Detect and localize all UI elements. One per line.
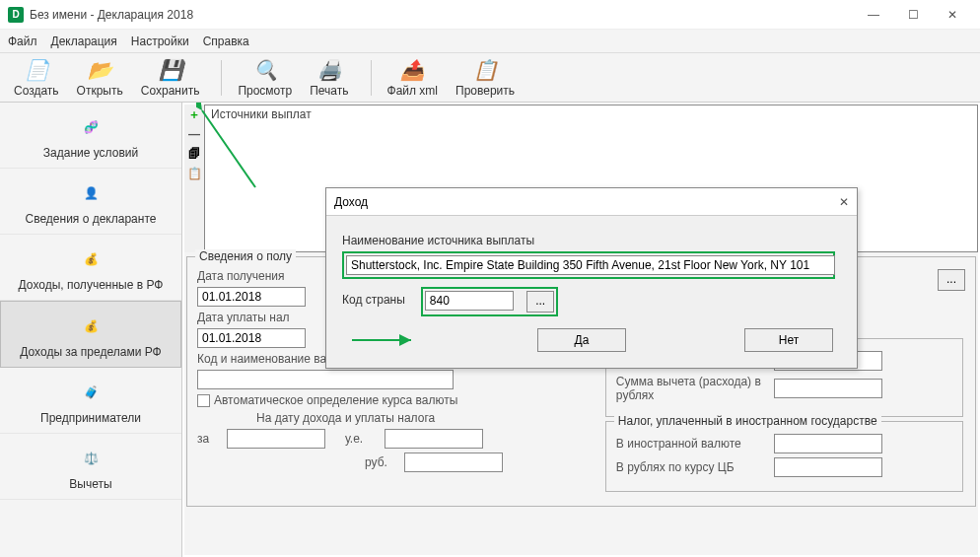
person-icon: 👤 bbox=[71, 176, 110, 210]
auto-rate-checkbox[interactable] bbox=[197, 394, 210, 407]
rub-label: руб. bbox=[365, 455, 404, 469]
rub-cb-label: В рублях по курсу ЦБ bbox=[616, 460, 774, 474]
menu-help[interactable]: Справка bbox=[203, 35, 249, 48]
save-icon bbox=[159, 58, 182, 82]
dialog-titlebar: Доход ✕ bbox=[326, 188, 857, 216]
toolbar-check[interactable]: Проверить bbox=[450, 56, 521, 100]
country-code-input[interactable] bbox=[425, 291, 514, 311]
currency-input[interactable] bbox=[197, 370, 454, 389]
remove-icon[interactable]: — bbox=[186, 126, 202, 142]
sidebar-item-income-foreign[interactable]: 💰 Доходы за пределами РФ bbox=[0, 301, 181, 368]
copy-icon[interactable]: 🗐 bbox=[186, 146, 202, 162]
rate-amount-input[interactable] bbox=[227, 429, 325, 449]
country-code-label: Код страны bbox=[342, 293, 405, 307]
foreign-currency-input[interactable] bbox=[774, 434, 882, 453]
sidebar-label: Доходы, полученные в РФ bbox=[19, 278, 164, 292]
auto-rate-label: Автоматическое определение курса валюты bbox=[214, 393, 457, 407]
income-details-legend: Сведения о полу bbox=[195, 249, 296, 263]
menubar: Файл Декларация Настройки Справка bbox=[0, 30, 980, 53]
menu-file[interactable]: Файл bbox=[8, 35, 37, 48]
source-name-label: Наименование источника выплаты bbox=[342, 234, 841, 247]
date-paid-input[interactable] bbox=[197, 328, 306, 348]
maximize-button[interactable]: ☐ bbox=[893, 1, 933, 29]
edit-icon[interactable]: 📋 bbox=[186, 166, 202, 181]
arrow-annotation-yes bbox=[350, 330, 419, 350]
dialog-yes-button[interactable]: Да bbox=[537, 328, 626, 352]
source-name-input[interactable] bbox=[346, 255, 835, 275]
sidebar-label: Сведения о декларанте bbox=[26, 212, 157, 226]
date-received-input[interactable] bbox=[197, 287, 306, 307]
rub-cb-input[interactable] bbox=[774, 457, 882, 477]
sidebar-item-deductions[interactable]: ⚖️ Вычеты bbox=[0, 434, 181, 500]
sidebar: 🧬 Задание условий 👤 Сведения о декларант… bbox=[0, 103, 182, 557]
export-xml-icon bbox=[400, 58, 424, 82]
menu-declaration[interactable]: Декларация bbox=[51, 35, 117, 48]
sources-placeholder: Источники выплат bbox=[211, 107, 312, 121]
income-dialog: Доход ✕ Наименование источника выплаты К… bbox=[325, 187, 858, 369]
sidebar-label: Предприниматели bbox=[40, 411, 141, 425]
sidebar-item-declarant[interactable]: 👤 Сведения о декларанте bbox=[0, 169, 181, 235]
toolbar-xml[interactable]: Файл xml bbox=[382, 56, 445, 100]
tree-icon: 🧬 bbox=[71, 110, 110, 144]
minimize-button[interactable]: — bbox=[854, 1, 893, 29]
sidebar-label: Доходы за пределами РФ bbox=[20, 345, 161, 359]
dialog-close-icon[interactable]: ✕ bbox=[839, 195, 849, 209]
za-label: за bbox=[197, 432, 227, 446]
scales-icon: ⚖️ bbox=[71, 442, 110, 475]
toolbar-open[interactable]: Открыть bbox=[71, 56, 129, 100]
rate-rub-input[interactable] bbox=[404, 453, 503, 472]
toolbar: Создать Открыть Сохранить Просмотр Печат… bbox=[0, 53, 980, 103]
foreign-tax-fieldset: Налог, уплаченный в иностранном государс… bbox=[605, 421, 963, 492]
toolbar-create[interactable]: Создать bbox=[8, 56, 65, 100]
browse-button[interactable]: ... bbox=[938, 269, 965, 291]
close-button[interactable]: ✕ bbox=[933, 1, 972, 29]
toolbar-save[interactable]: Сохранить bbox=[135, 56, 206, 100]
money-bags-icon: 💰 bbox=[71, 243, 110, 276]
deduction-amount-label: Сумма вычета (расхода) в рублях bbox=[616, 375, 774, 402]
menu-settings[interactable]: Настройки bbox=[131, 35, 189, 48]
money-bag-foreign-icon: 💰 bbox=[71, 310, 110, 343]
rate-date-label: На дату дохода и уплаты налога bbox=[256, 411, 435, 425]
foreign-currency-label: В иностранной валюте bbox=[616, 437, 774, 451]
sidebar-label: Вычеты bbox=[69, 477, 111, 491]
app-icon: D bbox=[8, 7, 24, 23]
ue-label: у.е. bbox=[345, 432, 385, 446]
window-title: Без имени - Декларация 2018 bbox=[30, 8, 193, 22]
folder-open-icon bbox=[88, 58, 111, 82]
dialog-no-button[interactable]: Нет bbox=[744, 328, 833, 352]
preview-icon bbox=[253, 58, 277, 82]
foreign-tax-legend: Налог, уплаченный в иностранном государс… bbox=[614, 414, 881, 428]
rate-ue-input[interactable] bbox=[385, 429, 483, 449]
dialog-title: Доход bbox=[334, 195, 368, 209]
sidebar-item-conditions[interactable]: 🧬 Задание условий bbox=[0, 103, 181, 169]
briefcase-icon: 🧳 bbox=[71, 376, 110, 409]
file-new-icon bbox=[25, 58, 48, 82]
sidebar-label: Задание условий bbox=[43, 146, 138, 160]
check-icon bbox=[473, 58, 497, 82]
sidebar-item-entrepreneur[interactable]: 🧳 Предприниматели bbox=[0, 368, 181, 434]
list-buttons: ＋ — 🗐 📋 bbox=[184, 104, 204, 252]
print-icon bbox=[317, 58, 341, 82]
add-icon[interactable]: ＋ bbox=[186, 106, 202, 122]
toolbar-print[interactable]: Печать bbox=[304, 56, 354, 100]
titlebar: D Без имени - Декларация 2018 — ☐ ✕ bbox=[0, 0, 980, 30]
sidebar-item-income-rf[interactable]: 💰 Доходы, полученные в РФ bbox=[0, 235, 181, 301]
country-browse-button[interactable]: ... bbox=[526, 291, 554, 313]
deduction-amount-input[interactable] bbox=[774, 379, 882, 398]
toolbar-view[interactable]: Просмотр bbox=[232, 56, 298, 100]
